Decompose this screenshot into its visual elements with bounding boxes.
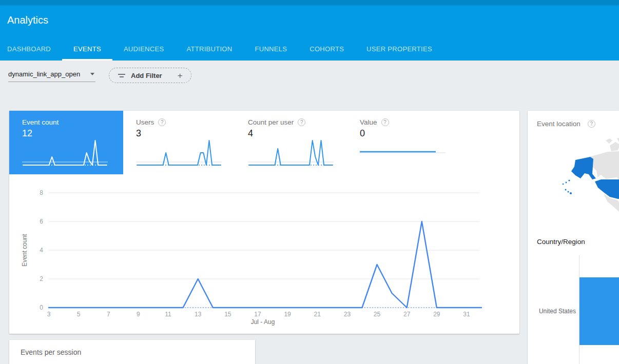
tab-cohorts[interactable]: COHORTS (298, 38, 355, 60)
count-per-user-sparkline[interactable] (248, 136, 334, 168)
map-aleutian-island (566, 182, 567, 184)
svg-text:2: 2 (40, 275, 43, 282)
tab-bar: DASHBOARD EVENTS AUDIENCES ATTRIBUTION F… (7, 38, 443, 60)
page-title: Analytics (7, 14, 48, 26)
metric-cards-row: Event count ? 12 Users ? 3 Count per use… (9, 111, 459, 174)
users-sparkline[interactable] (136, 136, 222, 168)
tab-events[interactable]: EVENTS (62, 38, 112, 60)
metric-label: Users (136, 118, 154, 126)
filter-icon (118, 72, 126, 79)
y-axis-label: Event count (21, 199, 28, 301)
svg-text:25: 25 (374, 311, 381, 318)
map-hawaii (570, 192, 572, 194)
svg-text:9: 9 (137, 311, 140, 318)
metric-card-count-per-user[interactable]: Count per user ? 4 (235, 111, 347, 174)
svg-text:4: 4 (40, 247, 43, 254)
tab-audiences[interactable]: AUDIENCES (112, 38, 176, 60)
svg-text:5: 5 (77, 311, 81, 318)
line-chart-plot[interactable]: 0246835791113151719212325272931 (9, 174, 519, 328)
map-arctic-island (610, 142, 619, 151)
event-location-title: Event location (537, 120, 581, 128)
events-per-session-panel: Events per session (9, 340, 255, 364)
svg-text:11: 11 (165, 311, 171, 318)
map-aleutian-island (563, 184, 564, 185)
metric-label: Count per user (248, 118, 294, 126)
svg-text:19: 19 (284, 311, 291, 318)
country-row-label: United States (528, 308, 576, 315)
svg-text:3: 3 (47, 311, 51, 318)
plus-icon: + (178, 71, 183, 80)
analytics-page: Analytics DASHBOARD EVENTS AUDIENCES ATT… (0, 0, 619, 364)
map-hawaii (568, 191, 569, 193)
world-map[interactable] (556, 134, 619, 228)
event-location-panel: Event location ? (528, 111, 619, 364)
metric-card-value[interactable]: Value ? 0 (347, 111, 459, 174)
help-icon[interactable]: ? (158, 118, 166, 126)
svg-text:8: 8 (40, 189, 43, 196)
event-count-sparkline[interactable] (22, 136, 108, 168)
metric-label: Event count (22, 118, 59, 126)
map-arctic-island (606, 138, 612, 144)
chevron-down-icon (90, 73, 94, 75)
add-filter-button[interactable]: Add Filter + (109, 68, 191, 83)
svg-text:31: 31 (463, 311, 470, 318)
svg-text:15: 15 (224, 311, 231, 318)
metric-card-users[interactable]: Users ? 3 (123, 111, 235, 174)
svg-text:21: 21 (314, 311, 321, 318)
svg-text:0: 0 (40, 304, 43, 311)
tab-attribution[interactable]: ATTRIBUTION (175, 38, 243, 60)
svg-text:6: 6 (40, 218, 43, 225)
svg-text:17: 17 (254, 311, 261, 318)
map-aleutian-island (568, 179, 570, 181)
event-count-line-chart: 0246835791113151719212325272931 Event co… (9, 174, 519, 334)
metric-label: Value (360, 118, 377, 126)
svg-text:13: 13 (195, 311, 202, 318)
svg-text:7: 7 (107, 311, 110, 318)
tab-user-properties[interactable]: USER PROPERTIES (355, 38, 443, 60)
svg-text:23: 23 (344, 311, 351, 318)
help-icon[interactable]: ? (381, 118, 389, 126)
united-states-bar[interactable] (579, 277, 619, 345)
country-region-header: Country/Region (537, 238, 585, 246)
events-per-session-title: Events per session (21, 348, 81, 356)
browser-top-strip (0, 0, 619, 5)
add-filter-label: Add Filter (131, 72, 162, 79)
map-alaska[interactable] (571, 157, 596, 179)
tab-dashboard[interactable]: DASHBOARD (7, 38, 62, 60)
metric-card-event-count[interactable]: Event count ? 12 (9, 111, 123, 174)
app-header: Analytics DASHBOARD EVENTS AUDIENCES ATT… (0, 0, 619, 60)
tab-funnels[interactable]: FUNNELS (243, 38, 298, 60)
event-detail-panel: Event count ? 12 Users ? 3 Count per use… (9, 111, 519, 334)
help-icon[interactable]: ? (588, 120, 595, 128)
svg-text:29: 29 (433, 311, 440, 318)
x-axis-label: Jul - Aug (211, 318, 314, 326)
event-selector-value: dynamic_link_app_open (8, 70, 80, 78)
map-hawaii (565, 189, 567, 191)
svg-text:27: 27 (403, 311, 411, 318)
value-sparkline[interactable] (360, 136, 446, 168)
event-selector-dropdown[interactable]: dynamic_link_app_open (8, 67, 95, 82)
help-icon[interactable]: ? (298, 118, 305, 126)
